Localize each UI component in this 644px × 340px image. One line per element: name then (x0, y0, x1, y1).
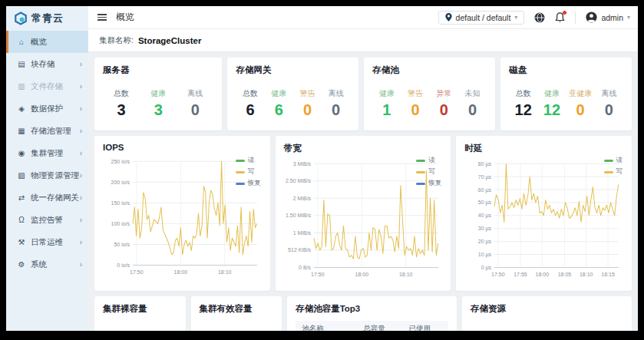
notification-bell-icon[interactable] (555, 12, 565, 23)
metric-healthy: 健康 12 (537, 88, 566, 119)
svg-text:18:10: 18:10 (399, 271, 413, 278)
metric-warning: 警告 0 (401, 88, 429, 119)
svg-text:18:10: 18:10 (218, 269, 232, 276)
legend-write[interactable]: 写 (236, 167, 261, 177)
chart-bandwidth: 带宽 读 写 恢复 0 B/s512 KiB/s1 MiB/s1.50 MiB/… (276, 136, 451, 291)
chevron-right-icon: › (80, 127, 82, 135)
metric-offline: 离线 0 (322, 88, 350, 119)
card-storage-gateways: 存储网关 总数 6 健康 6 警告 0 (227, 58, 358, 130)
metric-offline: 离线 0 (177, 88, 213, 119)
svg-text:512 KiB/s: 512 KiB/s (288, 246, 311, 253)
sidebar-item-file-storage[interactable]: ▥ 文件存储 › (6, 75, 88, 97)
svg-text:50 µs: 50 µs (478, 199, 492, 206)
svg-text:17:50: 17:50 (130, 269, 144, 276)
metric-subhealthy: 亚健康 0 (566, 88, 595, 119)
language-globe-icon[interactable] (534, 12, 545, 23)
monitor-alert-icon: Ω (16, 216, 27, 224)
svg-text:2 MiB/s: 2 MiB/s (292, 195, 311, 202)
sidebar-item-monitor-alert[interactable]: Ω 监控告警 › (6, 209, 88, 231)
chevron-right-icon: › (80, 149, 82, 157)
location-pin-icon (445, 13, 452, 21)
collapse-menu-icon[interactable] (97, 14, 107, 21)
svg-text:250 io/s: 250 io/s (111, 158, 130, 165)
legend-recovery[interactable]: 恢复 (416, 179, 441, 188)
chevron-right-icon: › (80, 193, 82, 202)
metric-error: 异常 0 (430, 88, 458, 119)
avatar (586, 12, 597, 23)
chevron-right-icon: › (80, 260, 82, 269)
col-used: 已使用 (403, 321, 448, 331)
card-storage-resources: 存储资源 (462, 296, 632, 331)
metric-healthy: 健康 1 (372, 88, 401, 119)
svg-text:1 MiB/s: 1 MiB/s (292, 229, 311, 236)
dashboard-content: 服务器 总数 3 健康 3 离线 0 (88, 51, 638, 331)
legend-write[interactable]: 写 (604, 167, 623, 177)
svg-text:18:15: 18:15 (602, 271, 616, 278)
svg-text:0 B/s: 0 B/s (299, 264, 311, 271)
legend-write[interactable]: 写 (416, 167, 441, 177)
charts-row: IOPS 读 写 恢复 0 io/s50 io/s100 io/s150 io/… (94, 136, 632, 291)
svg-text:80 µs: 80 µs (478, 160, 492, 167)
overview-icon: ⌂ (16, 38, 27, 46)
region-select[interactable]: default / default ▾ (438, 11, 525, 25)
sidebar: 常青云 ⌂ 概览 ▤ 块存储 › ▥ 文件存储 › ◈ 数据保护 › (6, 6, 88, 331)
brand-name: 常青云 (31, 12, 64, 25)
svg-text:10 µs: 10 µs (478, 251, 492, 258)
chevron-right-icon: › (80, 82, 82, 91)
chart-latency: 时延 读 写 0 µs10 µs20 µs30 µs40 µs50 µs60 µ… (456, 136, 632, 291)
latency-line-chart: 0 µs10 µs20 µs30 µs40 µs50 µs60 µs70 µs8… (464, 159, 623, 283)
block-storage-icon: ▤ (16, 60, 27, 68)
sidebar-item-storage-pool[interactable]: ▦ 存储池管理 › (6, 120, 88, 142)
metric-healthy: 健康 6 (265, 88, 293, 119)
sidebar-nav: ⌂ 概览 ▤ 块存储 › ▥ 文件存储 › ◈ 数据保护 › ▦ 存储池管理 (6, 31, 88, 331)
cluster-name-label: 集群名称: (99, 35, 134, 46)
sidebar-item-physical-resource[interactable]: ▧ 物理资源管理 › (6, 164, 88, 187)
cluster-subheader: 集群名称: StorageCluster (88, 29, 638, 51)
chart-legend: 读 写 (604, 156, 623, 177)
metric-warning: 警告 0 (293, 88, 322, 119)
svg-text:0 io/s: 0 io/s (117, 262, 130, 269)
card-storage-pools: 存储池 健康 1 警告 0 异常 0 (364, 58, 495, 130)
metric-total: 总数 3 (103, 88, 140, 119)
sidebar-item-daily-ops[interactable]: ⚒ 日常运维 › (6, 231, 88, 253)
legend-read[interactable]: 读 (604, 156, 623, 165)
cluster-manage-icon: ◉ (16, 149, 27, 157)
brand-logo-icon (14, 12, 28, 25)
legend-read[interactable]: 读 (416, 156, 441, 165)
svg-text:20 µs: 20 µs (478, 238, 492, 245)
svg-text:18:10: 18:10 (580, 271, 593, 278)
svg-text:18:00: 18:00 (174, 269, 188, 276)
svg-text:40 µs: 40 µs (478, 212, 492, 219)
col-pool-name: 池名称 (296, 321, 357, 331)
svg-text:200 io/s: 200 io/s (111, 179, 130, 186)
user-menu[interactable]: admin ▾ (586, 12, 630, 23)
sidebar-item-data-protection[interactable]: ◈ 数据保护 › (6, 97, 88, 120)
chevron-down-icon: ▾ (514, 14, 517, 21)
legend-read[interactable]: 读 (236, 156, 261, 165)
main-area: 概览 default / default ▾ (88, 6, 638, 331)
sidebar-item-overview[interactable]: ⌂ 概览 (6, 31, 88, 53)
svg-text:18:00: 18:00 (355, 271, 368, 278)
chart-legend: 读 写 恢复 (236, 156, 261, 188)
sidebar-item-block-storage[interactable]: ▤ 块存储 › (6, 53, 88, 75)
chevron-right-icon: › (80, 171, 82, 180)
svg-text:17:55: 17:55 (514, 271, 528, 278)
sidebar-item-system[interactable]: ⚙ 系统 › (6, 253, 88, 276)
breadcrumb: 概览 (116, 11, 134, 24)
sidebar-item-cluster-manage[interactable]: ◉ 集群管理 › (6, 142, 88, 164)
sidebar-item-gateway[interactable]: ⇄ 统一存储网关 › (6, 187, 88, 209)
logo: 常青云 (6, 6, 88, 31)
metric-total: 总数 6 (236, 88, 264, 119)
data-protection-icon: ◈ (16, 104, 27, 113)
svg-text:30 µs: 30 µs (478, 225, 492, 232)
metric-healthy: 健康 3 (140, 88, 177, 119)
storage-pool-icon: ▦ (16, 127, 27, 135)
daily-ops-icon: ⚒ (16, 238, 27, 246)
legend-recovery[interactable]: 恢复 (236, 179, 261, 188)
svg-text:17:50: 17:50 (491, 271, 505, 278)
region-select-value: default / default (456, 13, 511, 22)
system-icon: ⚙ (16, 260, 27, 269)
svg-text:60 µs: 60 µs (478, 186, 492, 193)
svg-text:70 µs: 70 µs (478, 173, 492, 180)
username: admin (601, 13, 623, 22)
